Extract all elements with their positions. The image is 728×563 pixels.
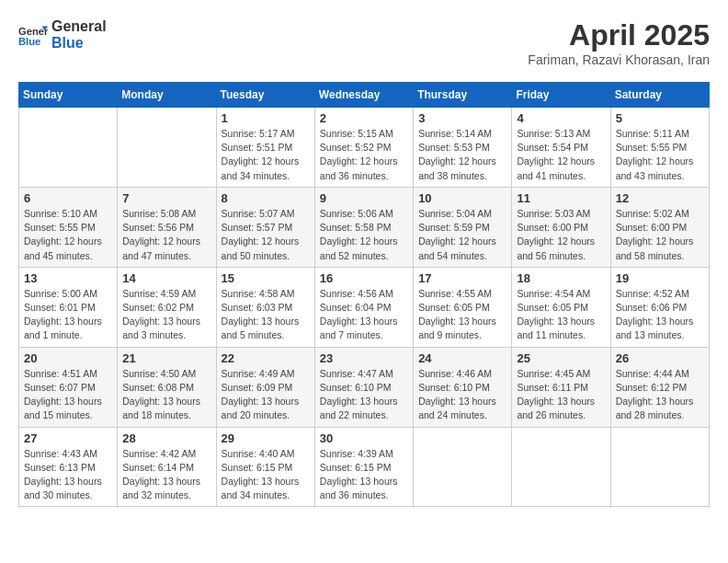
- day-number: 28: [122, 431, 210, 445]
- calendar-day-15: 15 Sunrise: 4:58 AM Sunset: 6:03 PM Dayl…: [216, 267, 314, 347]
- day-number: 25: [517, 351, 605, 365]
- calendar-day-14: 14 Sunrise: 4:59 AM Sunset: 6:02 PM Dayl…: [118, 267, 216, 347]
- day-info: Sunrise: 4:52 AM Sunset: 6:06 PM Dayligh…: [616, 287, 704, 343]
- calendar-table: SundayMondayTuesdayWednesdayThursdayFrid…: [18, 82, 710, 507]
- weekday-wednesday: Wednesday: [314, 83, 413, 108]
- day-info: Sunrise: 4:43 AM Sunset: 6:13 PM Dayligh…: [24, 447, 112, 503]
- day-info: Sunrise: 4:54 AM Sunset: 6:05 PM Dayligh…: [517, 287, 605, 343]
- day-number: 2: [320, 111, 408, 125]
- day-number: 7: [122, 191, 210, 205]
- empty-cell: [414, 427, 512, 507]
- day-number: 18: [517, 271, 605, 285]
- day-info: Sunrise: 5:14 AM Sunset: 5:53 PM Dayligh…: [418, 127, 506, 183]
- empty-cell: [118, 108, 216, 188]
- calendar-day-16: 16 Sunrise: 4:56 AM Sunset: 6:04 PM Dayl…: [314, 267, 413, 347]
- title-block: April 2025 Fariman, Razavi Khorasan, Ira…: [528, 18, 710, 67]
- day-number: 22: [222, 351, 310, 365]
- day-info: Sunrise: 4:46 AM Sunset: 6:10 PM Dayligh…: [418, 367, 506, 423]
- calendar-day-11: 11 Sunrise: 5:03 AM Sunset: 6:00 PM Dayl…: [512, 187, 610, 267]
- weekday-thursday: Thursday: [414, 83, 512, 108]
- calendar-day-22: 22 Sunrise: 4:49 AM Sunset: 6:09 PM Dayl…: [216, 347, 314, 427]
- day-info: Sunrise: 5:08 AM Sunset: 5:56 PM Dayligh…: [122, 207, 210, 263]
- day-number: 1: [222, 111, 310, 125]
- day-number: 12: [616, 191, 704, 205]
- calendar-day-5: 5 Sunrise: 5:11 AM Sunset: 5:55 PM Dayli…: [610, 108, 709, 188]
- day-info: Sunrise: 5:17 AM Sunset: 5:51 PM Dayligh…: [222, 127, 310, 183]
- calendar-week-5: 27 Sunrise: 4:43 AM Sunset: 6:13 PM Dayl…: [19, 427, 710, 507]
- day-number: 3: [418, 111, 506, 125]
- calendar-day-23: 23 Sunrise: 4:47 AM Sunset: 6:10 PM Dayl…: [314, 347, 413, 427]
- day-info: Sunrise: 4:42 AM Sunset: 6:14 PM Dayligh…: [122, 447, 210, 503]
- calendar-week-3: 13 Sunrise: 5:00 AM Sunset: 6:01 PM Dayl…: [19, 267, 710, 347]
- day-info: Sunrise: 4:47 AM Sunset: 6:10 PM Dayligh…: [320, 367, 408, 423]
- day-info: Sunrise: 5:13 AM Sunset: 5:54 PM Dayligh…: [517, 127, 605, 183]
- logo-blue: Blue: [51, 35, 107, 52]
- weekday-header-row: SundayMondayTuesdayWednesdayThursdayFrid…: [19, 83, 710, 108]
- day-number: 24: [418, 351, 506, 365]
- day-info: Sunrise: 4:58 AM Sunset: 6:03 PM Dayligh…: [222, 287, 310, 343]
- day-info: Sunrise: 4:40 AM Sunset: 6:15 PM Dayligh…: [222, 447, 310, 503]
- calendar-day-25: 25 Sunrise: 4:45 AM Sunset: 6:11 PM Dayl…: [512, 347, 610, 427]
- day-info: Sunrise: 4:59 AM Sunset: 6:02 PM Dayligh…: [122, 287, 210, 343]
- location-subtitle: Fariman, Razavi Khorasan, Iran: [528, 52, 710, 67]
- calendar-day-18: 18 Sunrise: 4:54 AM Sunset: 6:05 PM Dayl…: [512, 267, 610, 347]
- day-info: Sunrise: 4:55 AM Sunset: 6:05 PM Dayligh…: [418, 287, 506, 343]
- logo-general: General: [51, 18, 107, 35]
- day-number: 20: [24, 351, 112, 365]
- day-info: Sunrise: 5:03 AM Sunset: 6:00 PM Dayligh…: [517, 207, 605, 263]
- day-number: 4: [517, 111, 605, 125]
- calendar-day-6: 6 Sunrise: 5:10 AM Sunset: 5:55 PM Dayli…: [19, 187, 118, 267]
- calendar-body: 1 Sunrise: 5:17 AM Sunset: 5:51 PM Dayli…: [19, 108, 710, 507]
- day-number: 13: [24, 271, 112, 285]
- calendar-day-4: 4 Sunrise: 5:13 AM Sunset: 5:54 PM Dayli…: [512, 108, 610, 188]
- day-info: Sunrise: 5:06 AM Sunset: 5:58 PM Dayligh…: [320, 207, 408, 263]
- calendar-week-4: 20 Sunrise: 4:51 AM Sunset: 6:07 PM Dayl…: [19, 347, 710, 427]
- day-number: 21: [122, 351, 210, 365]
- day-info: Sunrise: 5:10 AM Sunset: 5:55 PM Dayligh…: [24, 207, 112, 263]
- weekday-friday: Friday: [512, 83, 610, 108]
- day-info: Sunrise: 5:04 AM Sunset: 5:59 PM Dayligh…: [418, 207, 506, 263]
- day-info: Sunrise: 5:15 AM Sunset: 5:52 PM Dayligh…: [320, 127, 408, 183]
- calendar-day-3: 3 Sunrise: 5:14 AM Sunset: 5:53 PM Dayli…: [414, 108, 512, 188]
- empty-cell: [512, 427, 610, 507]
- calendar-day-20: 20 Sunrise: 4:51 AM Sunset: 6:07 PM Dayl…: [19, 347, 118, 427]
- weekday-saturday: Saturday: [610, 83, 709, 108]
- svg-text:Blue: Blue: [18, 36, 40, 47]
- calendar-day-26: 26 Sunrise: 4:44 AM Sunset: 6:12 PM Dayl…: [610, 347, 709, 427]
- calendar-day-27: 27 Sunrise: 4:43 AM Sunset: 6:13 PM Dayl…: [19, 427, 118, 507]
- calendar-day-1: 1 Sunrise: 5:17 AM Sunset: 5:51 PM Dayli…: [216, 108, 314, 188]
- day-info: Sunrise: 5:07 AM Sunset: 5:57 PM Dayligh…: [222, 207, 310, 263]
- day-number: 23: [320, 351, 408, 365]
- day-number: 16: [320, 271, 408, 285]
- calendar-day-8: 8 Sunrise: 5:07 AM Sunset: 5:57 PM Dayli…: [216, 187, 314, 267]
- page-header: General Blue General Blue April 2025 Far…: [18, 18, 710, 67]
- weekday-sunday: Sunday: [19, 83, 118, 108]
- calendar-day-7: 7 Sunrise: 5:08 AM Sunset: 5:56 PM Dayli…: [118, 187, 216, 267]
- day-number: 26: [616, 351, 704, 365]
- day-number: 14: [122, 271, 210, 285]
- day-info: Sunrise: 4:50 AM Sunset: 6:08 PM Dayligh…: [122, 367, 210, 423]
- calendar-day-2: 2 Sunrise: 5:15 AM Sunset: 5:52 PM Dayli…: [314, 108, 413, 188]
- calendar-day-9: 9 Sunrise: 5:06 AM Sunset: 5:58 PM Dayli…: [314, 187, 413, 267]
- day-info: Sunrise: 4:45 AM Sunset: 6:11 PM Dayligh…: [517, 367, 605, 423]
- day-info: Sunrise: 4:51 AM Sunset: 6:07 PM Dayligh…: [24, 367, 112, 423]
- calendar-week-1: 1 Sunrise: 5:17 AM Sunset: 5:51 PM Dayli…: [19, 108, 710, 188]
- month-title: April 2025: [528, 18, 710, 52]
- calendar-day-24: 24 Sunrise: 4:46 AM Sunset: 6:10 PM Dayl…: [414, 347, 512, 427]
- day-number: 30: [320, 431, 408, 445]
- calendar-day-28: 28 Sunrise: 4:42 AM Sunset: 6:14 PM Dayl…: [118, 427, 216, 507]
- day-number: 10: [418, 191, 506, 205]
- day-number: 9: [320, 191, 408, 205]
- day-info: Sunrise: 5:11 AM Sunset: 5:55 PM Dayligh…: [616, 127, 704, 183]
- calendar-day-29: 29 Sunrise: 4:40 AM Sunset: 6:15 PM Dayl…: [216, 427, 314, 507]
- calendar-day-17: 17 Sunrise: 4:55 AM Sunset: 6:05 PM Dayl…: [414, 267, 512, 347]
- day-number: 15: [222, 271, 310, 285]
- calendar-day-30: 30 Sunrise: 4:39 AM Sunset: 6:15 PM Dayl…: [314, 427, 413, 507]
- day-number: 5: [616, 111, 704, 125]
- calendar-day-13: 13 Sunrise: 5:00 AM Sunset: 6:01 PM Dayl…: [19, 267, 118, 347]
- weekday-tuesday: Tuesday: [216, 83, 314, 108]
- weekday-monday: Monday: [118, 83, 216, 108]
- day-number: 8: [222, 191, 310, 205]
- day-number: 17: [418, 271, 506, 285]
- day-info: Sunrise: 4:39 AM Sunset: 6:15 PM Dayligh…: [320, 447, 408, 503]
